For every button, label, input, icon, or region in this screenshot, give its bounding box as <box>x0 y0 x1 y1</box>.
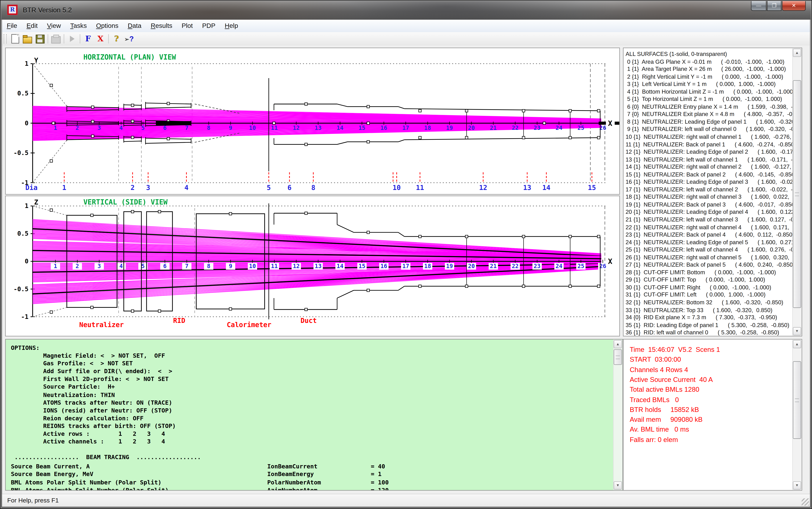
menu-item-plot[interactable]: Plot <box>177 21 197 31</box>
surfaces-scrollbar[interactable]: ▲ ▼ <box>792 48 802 336</box>
surface-list-item[interactable]: 22 {1} NEUTRALIZER: right wall of channe… <box>625 223 792 231</box>
surface-list-item[interactable]: 26 {1} NEUTRALIZER: right wall of channe… <box>625 253 792 261</box>
scroll-up-icon[interactable]: ▲ <box>793 48 801 57</box>
status-scrollbar[interactable]: ▲ ▼ <box>792 339 802 490</box>
surface-list-item[interactable]: 34 {0} RID Exit plane X = 7.3 m ( 7.300,… <box>625 314 792 321</box>
surface-list-item[interactable]: 11 {1} NEUTRALIZER: Back of panel 1 ( 4.… <box>625 141 792 148</box>
channel-number: 16 <box>381 125 387 131</box>
surface-list-item[interactable]: 3 {1} Left Vertical Limit Y = 1 m ( 0.00… <box>625 80 792 88</box>
surface-list-item[interactable]: 7 {0} NEUTRALIZER Exit plane X = 4.8 m (… <box>625 110 792 118</box>
surface-list-item[interactable]: 4 {1} Bottom Horizontal Limit Z = -1 m (… <box>625 88 792 95</box>
open-file-button[interactable] <box>21 33 34 45</box>
surface-list-item[interactable]: 8 {1} NEUTRALIZER: Leading Edge of panel… <box>625 118 792 126</box>
help-button[interactable]: ? <box>110 33 123 45</box>
menu-item-view[interactable]: View <box>42 21 66 31</box>
surface-list-item[interactable]: 20 {1} NEUTRALIZER: Leading Edge of pane… <box>625 208 792 216</box>
surface-list-item[interactable]: 17 {1} NEUTRALIZER: left wall of channel… <box>625 186 792 193</box>
title-bar[interactable]: R BTR Version 5.2 — ❐ ✕ <box>1 1 811 20</box>
surface-list-item[interactable]: 33 {1} NEUTRALIZER: Top 33 ( 1.600, -0.3… <box>625 306 792 314</box>
resize-grip-icon[interactable] <box>802 499 809 506</box>
run-button[interactable] <box>66 33 78 45</box>
minimize-button[interactable]: — <box>751 1 767 11</box>
scroll-up-icon[interactable]: ▲ <box>614 340 622 348</box>
toolbar: F X ? ➢? <box>2 32 810 46</box>
surface-list-item[interactable]: 36 {1} RID: left wall of channel 0 ( 5.3… <box>625 329 792 336</box>
channel-number: 25 <box>578 125 584 131</box>
options-console-panel: OPTIONS: Magnetic Field: < > NOT SET, OF… <box>5 339 623 490</box>
status-line: BTR holds 15852 kB <box>630 406 699 413</box>
print-button[interactable] <box>50 33 62 45</box>
surface-list-item[interactable]: 23 {1} NEUTRALIZER: Back of panel 4 ( 4.… <box>625 231 792 238</box>
surface-list-item[interactable]: 6 {0} NEUTRALIZER Entry plane X = 1.4 m … <box>625 103 792 110</box>
close-button[interactable]: ✕ <box>782 1 806 11</box>
options-line: Active rows : 1 2 3 4 <box>11 430 610 438</box>
scrollbar-thumb[interactable] <box>793 80 801 308</box>
channel-number: 22 <box>512 263 519 269</box>
channel-number: 3 <box>97 125 101 131</box>
context-help-icon: ➢? <box>124 35 134 43</box>
y-tick-label: 0.5 <box>17 90 29 97</box>
surface-list-item[interactable]: 32 {1} NEUTRALIZER: Bottom 32 ( 1.600, -… <box>625 299 792 306</box>
y-tick-label: -0.5 <box>13 149 28 157</box>
maximize-button[interactable]: ❐ <box>767 1 782 11</box>
menu-item-help[interactable]: Help <box>220 21 243 31</box>
field-tool-icon: F <box>85 34 91 43</box>
channel-number: 8 <box>207 125 210 131</box>
surface-list-item[interactable]: 19 {1} NEUTRALIZER: Back of panel 3 ( 4.… <box>625 201 792 208</box>
marker-square <box>229 212 232 215</box>
surface-list-item[interactable]: 35 {1} RID: Leading Edge of panel 1 ( 5.… <box>625 321 792 329</box>
surface-list-item[interactable]: 29 {1} CUT-OFF LIMIT: Top ( 0.000, -1.00… <box>625 276 792 283</box>
surface-list-item[interactable]: 10 {1} NEUTRALIZER: right wall of channe… <box>625 133 792 140</box>
app-icon[interactable]: R <box>7 5 18 15</box>
surface-list-item[interactable]: 9 {1} NEUTRALIZER: left wall of channel … <box>625 126 792 133</box>
surface-list-item[interactable]: 12 {1} NEUTRALIZER: Leading Edge of pane… <box>625 148 792 156</box>
field-tool-button[interactable]: F <box>82 33 94 45</box>
surface-list-item[interactable]: 14 {1} NEUTRALIZER: right wall of channe… <box>625 163 792 171</box>
surface-list-item[interactable]: 30 {1} CUT-OFF LIMIT: Right ( 0.000, -1.… <box>625 283 792 291</box>
channel-number: 8 <box>207 263 210 269</box>
menu-item-edit[interactable]: Edit <box>22 21 42 31</box>
toolbar-separator <box>64 34 64 43</box>
menu-item-results[interactable]: Results <box>146 21 177 31</box>
channel-number: 17 <box>402 125 409 131</box>
surface-list-item[interactable]: 24 {1} NEUTRALIZER: Leading Edge of pane… <box>625 238 792 246</box>
menu-item-file[interactable]: File <box>2 21 22 31</box>
surface-list-item[interactable]: 5 {1} Top Horizontal Limit Z = 1 m ( 0.0… <box>625 95 792 103</box>
surface-list-item[interactable]: 16 {1} NEUTRALIZER: Leading Edge of pane… <box>625 178 792 185</box>
surface-list-item[interactable]: 31 {1} CUT-OFF LIMIT: Left ( 0.000, 1.00… <box>625 291 792 299</box>
bottom-scale-label: 11 <box>416 184 424 192</box>
menu-item-tasks[interactable]: Tasks <box>66 21 92 31</box>
surface-list-item[interactable]: 2 {1} Right Vertical Limit Y = -1 m ( 0.… <box>625 73 792 80</box>
scrollbar-thumb[interactable] <box>793 361 801 439</box>
surface-list-item[interactable]: 1 {1} Area Target Plane X = 26 m ( 26.00… <box>625 65 792 73</box>
surface-list-item[interactable]: 15 {1} NEUTRALIZER: Back of panel 2 ( 4.… <box>625 171 792 178</box>
scroll-down-icon[interactable]: ▼ <box>793 481 801 489</box>
marker-square <box>367 105 369 108</box>
surface-list-item[interactable]: 21 {1} NEUTRALIZER: left wall of channel… <box>625 216 792 223</box>
stop-tool-button[interactable]: X <box>94 33 107 45</box>
menu-bar: FileEditViewTasksOptionsDataResultsPlotP… <box>2 20 810 33</box>
surface-list-item[interactable]: 27 {1} NEUTRALIZER: Back of panel 5 ( 4.… <box>625 261 792 268</box>
new-file-button[interactable] <box>9 33 21 45</box>
save-button[interactable] <box>34 33 46 45</box>
run-status-panel: Time 15:46:07 V5.2 Scens 1START 03:00:00… <box>623 339 802 490</box>
scroll-up-icon[interactable]: ▲ <box>793 340 801 348</box>
surface-list-item[interactable]: 28 {1} CUT-OFF LIMIT: Bottom ( 0.000, -1… <box>625 268 792 276</box>
menu-item-pdp[interactable]: PDP <box>198 21 220 31</box>
channel-number: 19 <box>446 125 453 131</box>
marker-square <box>569 109 572 112</box>
z-tick-label: 1 <box>25 202 29 209</box>
surface-list-item[interactable]: 0 {1} Area GG Plane X = -0.01 m ( -0.010… <box>625 58 792 65</box>
status-line: Time 15:46:07 V5.2 Scens 1 <box>630 346 720 353</box>
menu-item-options[interactable]: Options <box>92 21 123 31</box>
context-help-button[interactable]: ➢? <box>123 33 135 45</box>
scroll-down-icon[interactable]: ▼ <box>793 327 801 335</box>
surface-list-item[interactable]: 25 {1} NEUTRALIZER: left wall of channel… <box>625 246 792 253</box>
scrollbar-thumb[interactable] <box>614 349 622 365</box>
marker-square <box>50 84 53 87</box>
options-line: Magnetic Field: < > NOT SET, OFF <box>11 352 610 360</box>
menu-item-data[interactable]: Data <box>123 21 146 31</box>
surface-list-item[interactable]: 13 {1} NEUTRALIZER: left wall of channel… <box>625 156 792 163</box>
surface-list-item[interactable]: 18 {1} NEUTRALIZER: right wall of channe… <box>625 193 792 201</box>
channel-number: 7 <box>185 125 189 131</box>
